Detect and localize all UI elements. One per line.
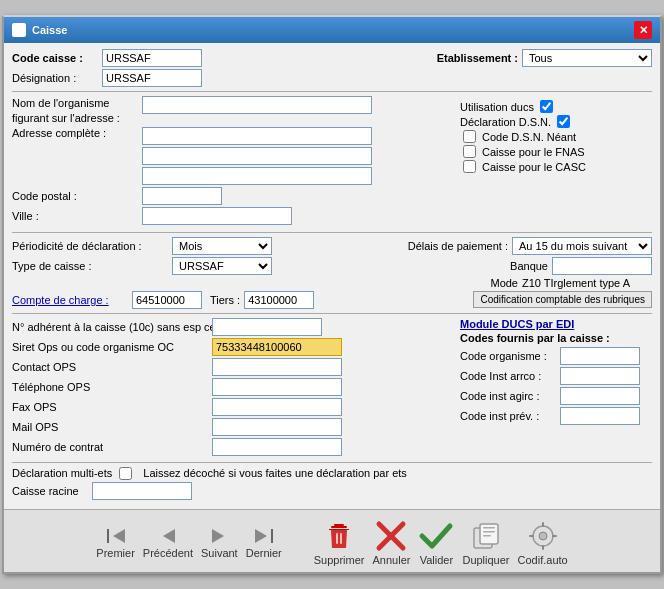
annuler-icon bbox=[373, 518, 409, 554]
codepostal-input[interactable] bbox=[142, 187, 222, 205]
contact-input[interactable] bbox=[212, 358, 342, 376]
mail-row: Mail OPS bbox=[12, 418, 452, 436]
contact-row: Contact OPS bbox=[12, 358, 452, 376]
premier-icon bbox=[102, 525, 130, 547]
toolbar: Premier Précédent Suivant Dernier bbox=[4, 509, 660, 572]
ville-input[interactable] bbox=[142, 207, 292, 225]
inst-agirc-row: Code inst agirc : bbox=[460, 387, 652, 405]
etablissement-select[interactable]: Tous bbox=[522, 49, 652, 67]
declaration-dsn-label: Déclaration D.S.N. bbox=[460, 116, 551, 128]
codif-auto-button[interactable]: Codif.auto bbox=[518, 518, 568, 566]
code-dsn-row: Code D.S.N. Néant bbox=[460, 130, 652, 143]
periodicite-select[interactable]: Mois bbox=[172, 237, 272, 255]
designation-row: Désignation : bbox=[12, 69, 652, 87]
caisse-fnas-checkbox[interactable] bbox=[463, 145, 476, 158]
adresse-label: Adresse complète : bbox=[12, 127, 142, 139]
caisse-casc-label: Caisse pour le CASC bbox=[482, 161, 586, 173]
ops-section: N° adhérent à la caisse (10c) sans esp c… bbox=[12, 318, 452, 458]
multi-info: Laissez décoché si vous faites une décla… bbox=[143, 467, 407, 479]
siret-label: Siret Ops ou code organisme OC bbox=[12, 341, 212, 353]
code-caisse-label: Code caisse : bbox=[12, 52, 102, 64]
periodicite-row: Périodicité de déclaration : Mois Délais… bbox=[12, 237, 652, 255]
contrat-label: Numéro de contrat bbox=[12, 441, 212, 453]
adherent-input[interactable] bbox=[212, 318, 322, 336]
nom-row: Nom de l'organisme figurant sur l'adress… bbox=[12, 96, 452, 125]
adherent-row: N° adhérent à la caisse (10c) sans esp c… bbox=[12, 318, 452, 336]
premier-button[interactable]: Premier bbox=[96, 525, 135, 559]
dernier-icon bbox=[250, 525, 278, 547]
caisse-casc-checkbox[interactable] bbox=[463, 160, 476, 173]
inst-prev-row: Code inst prév. : bbox=[460, 407, 652, 425]
nom-input[interactable] bbox=[142, 96, 372, 114]
fax-input[interactable] bbox=[212, 398, 342, 416]
delais-select[interactable]: Au 15 du mois suivant bbox=[512, 237, 652, 255]
telephone-input[interactable] bbox=[212, 378, 342, 396]
periodicite-label: Périodicité de déclaration : bbox=[12, 240, 172, 252]
siret-row: Siret Ops ou code organisme OC bbox=[12, 338, 452, 356]
supprimer-button[interactable]: Supprimer bbox=[314, 518, 365, 566]
multi-checkbox[interactable] bbox=[119, 467, 132, 480]
siret-input[interactable] bbox=[212, 338, 342, 356]
svg-marker-1 bbox=[113, 529, 125, 543]
sep2 bbox=[12, 232, 652, 233]
tiers-input[interactable] bbox=[244, 291, 314, 309]
adresse2-input[interactable] bbox=[142, 147, 372, 165]
inst-prev-input[interactable] bbox=[560, 407, 640, 425]
banque-input[interactable] bbox=[552, 257, 652, 275]
designation-label: Désignation : bbox=[12, 72, 102, 84]
adresse1-input[interactable] bbox=[142, 127, 372, 145]
svg-rect-23 bbox=[552, 535, 557, 537]
precedent-button[interactable]: Précédent bbox=[143, 525, 193, 559]
compte-label[interactable]: Compte de charge : bbox=[12, 294, 132, 306]
valider-button[interactable]: Valider bbox=[418, 518, 454, 566]
utilisation-ducs-checkbox[interactable] bbox=[540, 100, 553, 113]
declaration-dsn-checkbox[interactable] bbox=[557, 115, 570, 128]
supprimer-icon bbox=[321, 518, 357, 554]
suivant-button[interactable]: Suivant bbox=[201, 525, 238, 559]
main-window: Caisse ✕ Code caisse : Etablissement : T… bbox=[2, 15, 662, 574]
mail-label: Mail OPS bbox=[12, 421, 212, 433]
left-column: Nom de l'organisme figurant sur l'adress… bbox=[12, 96, 452, 228]
svg-marker-5 bbox=[255, 529, 267, 543]
caisse-racine-row: Caisse racine bbox=[12, 482, 652, 500]
designation-input[interactable] bbox=[102, 69, 202, 87]
contrat-input[interactable] bbox=[212, 438, 342, 456]
annuler-button[interactable]: Annuler bbox=[373, 518, 411, 566]
svg-marker-2 bbox=[163, 529, 175, 543]
nom-label: Nom de l'organisme figurant sur l'adress… bbox=[12, 96, 142, 125]
svg-rect-21 bbox=[542, 545, 544, 550]
code-organisme-input[interactable] bbox=[560, 347, 640, 365]
close-button[interactable]: ✕ bbox=[634, 21, 652, 39]
inst-agirc-input[interactable] bbox=[560, 387, 640, 405]
code-caisse-input[interactable] bbox=[102, 49, 202, 67]
code-dsn-label: Code D.S.N. Néant bbox=[482, 131, 576, 143]
svg-rect-0 bbox=[107, 529, 109, 543]
window-icon bbox=[12, 23, 26, 37]
inst-arrco-input[interactable] bbox=[560, 367, 640, 385]
codif-button[interactable]: Codification comptable des rubriques bbox=[473, 291, 652, 308]
sep1 bbox=[12, 91, 652, 92]
type-caisse-row: Type de caisse : URSSAF Banque bbox=[12, 257, 652, 275]
type-caisse-select[interactable]: URSSAF bbox=[172, 257, 272, 275]
adresse3-input[interactable] bbox=[142, 167, 372, 185]
compte-row: Compte de charge : Tiers : Codification … bbox=[12, 291, 652, 309]
mail-input[interactable] bbox=[212, 418, 342, 436]
caisse-casc-row: Caisse pour le CASC bbox=[460, 160, 652, 173]
dernier-button[interactable]: Dernier bbox=[246, 525, 282, 559]
codes-label-row: Codes fournis par la caisse : bbox=[460, 332, 652, 344]
ville-row: Ville : bbox=[12, 207, 452, 225]
svg-point-19 bbox=[539, 532, 547, 540]
dupliquer-button[interactable]: Dupliquer bbox=[462, 518, 509, 566]
codes-label: Codes fournis par la caisse : bbox=[460, 332, 610, 344]
adherent-label: N° adhérent à la caisse (10c) sans esp c… bbox=[12, 321, 212, 333]
code-organisme-row: Code organisme : bbox=[460, 347, 652, 365]
supprimer-label: Supprimer bbox=[314, 554, 365, 566]
code-dsn-checkbox[interactable] bbox=[463, 130, 476, 143]
dupliquer-label: Dupliquer bbox=[462, 554, 509, 566]
caisse-racine-input[interactable] bbox=[92, 482, 192, 500]
mode-label: Mode bbox=[490, 277, 518, 289]
svg-rect-6 bbox=[331, 526, 347, 528]
multi-label: Déclaration multi-ets bbox=[12, 467, 112, 479]
svg-rect-15 bbox=[483, 527, 495, 529]
compte-input[interactable] bbox=[132, 291, 202, 309]
